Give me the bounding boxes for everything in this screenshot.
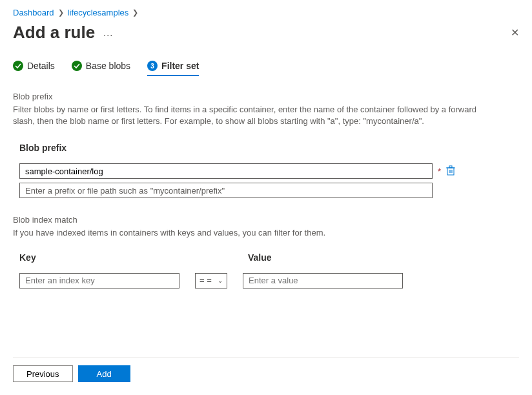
wizard-steps: Details Base blobs 3 Filter set: [13, 61, 519, 76]
step-label: Details: [27, 61, 55, 71]
add-button[interactable]: Add: [78, 365, 130, 382]
index-key-input[interactable]: [19, 273, 179, 289]
key-column-header: Key: [19, 252, 248, 263]
step-base-blobs[interactable]: Base blobs: [72, 61, 130, 75]
chevron-down-icon: ⌄: [218, 277, 223, 284]
blob-prefix-row-filled: *: [19, 163, 519, 179]
check-icon: [72, 61, 82, 71]
svg-rect-5: [449, 166, 452, 168]
operator-select[interactable]: = = ⌄: [195, 273, 227, 289]
blob-prefix-description: Filter blobs by name or first letters. T…: [13, 104, 491, 127]
required-indicator: *: [438, 167, 441, 176]
step-details[interactable]: Details: [13, 61, 55, 75]
operator-value: = =: [200, 276, 212, 285]
delete-icon[interactable]: [446, 165, 455, 177]
blob-prefix-section-label: Blob prefix: [13, 92, 519, 101]
chevron-right-icon: ❯: [58, 8, 64, 17]
index-value-input[interactable]: [243, 273, 403, 289]
breadcrumb: Dashboard ❯ lifecyclesamples ❯: [13, 8, 519, 17]
kv-row: = = ⌄: [19, 273, 519, 289]
value-column-header: Value: [248, 252, 272, 263]
breadcrumb-link-resource[interactable]: lifecyclesamples: [68, 8, 129, 17]
footer-actions: Previous Add: [13, 357, 519, 382]
step-filter-set[interactable]: 3 Filter set: [147, 61, 199, 76]
previous-button[interactable]: Previous: [13, 365, 73, 382]
blob-prefix-field-label: Blob prefix: [19, 143, 519, 153]
page-title: Add a rule: [13, 23, 95, 43]
blob-index-description: If you have indexed items in containers …: [13, 227, 491, 239]
more-actions-icon[interactable]: …: [103, 27, 114, 39]
blob-prefix-input[interactable]: [19, 163, 433, 179]
blob-prefix-input-new[interactable]: [19, 183, 433, 198]
chevron-right-icon: ❯: [132, 8, 138, 17]
check-icon: [13, 61, 23, 71]
close-icon[interactable]: ✕: [511, 26, 519, 39]
blob-index-section-label: Blob index match: [13, 215, 519, 225]
breadcrumb-link-dashboard[interactable]: Dashboard: [13, 8, 54, 17]
step-label: Base blobs: [86, 61, 130, 71]
step-number-badge: 3: [147, 61, 158, 71]
kv-column-headers: Key Value: [19, 252, 519, 263]
blob-prefix-row-empty: [19, 183, 519, 198]
step-label: Filter set: [161, 61, 199, 71]
title-row: Add a rule … ✕: [13, 23, 519, 43]
